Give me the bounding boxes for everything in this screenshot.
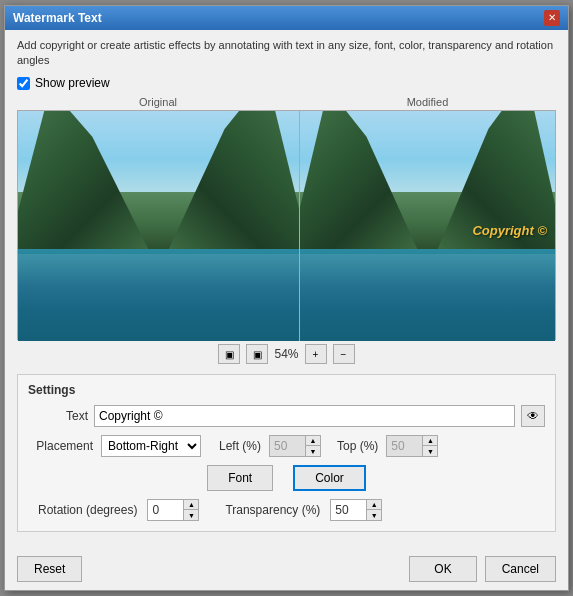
top-down-button[interactable]: ▼ [423,446,437,456]
color-button[interactable]: Color [293,465,366,491]
cancel-button[interactable]: Cancel [485,556,556,582]
top-spinner-btns: ▲ ▼ [422,435,438,457]
preview-images: Copyright © [17,110,556,340]
placement-row: Placement Bottom-Right Bottom-Left Top-R… [28,435,545,457]
settings-section: Settings Text 👁 Placement Bottom-Right B… [17,374,556,532]
title-bar: Watermark Text ✕ [5,6,568,30]
rotation-spinner: ▲ ▼ [147,499,199,521]
preview-toolbar: ▣ ▣ 54% + − [17,340,556,368]
preview-original [18,111,300,341]
rotation-transparency-row: Rotation (degrees) ▲ ▼ Transparency (%) … [28,499,545,521]
description-text: Add copyright or create artistic effects… [17,38,556,69]
eye-icon: 👁 [527,409,539,423]
left-input[interactable] [269,435,305,457]
show-preview-row: Show preview [17,76,556,90]
full-view-button[interactable]: ▣ [246,344,268,364]
placement-select[interactable]: Bottom-Right Bottom-Left Top-Right Top-L… [101,435,201,457]
top-up-button[interactable]: ▲ [423,436,437,446]
placement-label: Placement [28,439,93,453]
top-label: Top (%) [337,439,378,453]
show-preview-checkbox[interactable] [17,77,30,90]
transparency-up-button[interactable]: ▲ [367,500,381,510]
left-spinner-btns: ▲ ▼ [305,435,321,457]
zoom-out-button[interactable]: − [333,344,355,364]
bottom-right-buttons: OK Cancel [409,556,556,582]
modified-scene: Copyright © [300,111,555,341]
preview-labels: Original Modified [17,96,556,108]
full-icon: ▣ [253,349,262,360]
transparency-spinner: ▲ ▼ [330,499,382,521]
top-input[interactable] [386,435,422,457]
settings-title: Settings [28,383,545,397]
rotation-input[interactable] [147,499,183,521]
rotation-down-button[interactable]: ▼ [184,510,198,520]
text-row: Text 👁 [28,405,545,427]
left-down-button[interactable]: ▼ [306,446,320,456]
zoom-in-button[interactable]: + [305,344,327,364]
rotation-label: Rotation (degrees) [38,503,137,517]
top-spinner: ▲ ▼ [386,435,438,457]
font-button[interactable]: Font [207,465,273,491]
left-spinner: ▲ ▼ [269,435,321,457]
font-color-row: Font Color [28,465,545,491]
zoom-out-icon: − [341,349,347,360]
watermark-text: Copyright © [472,223,547,238]
left-up-button[interactable]: ▲ [306,436,320,446]
transparency-label: Transparency (%) [225,503,320,517]
close-button[interactable]: ✕ [544,10,560,26]
dialog-body: Add copyright or create artistic effects… [5,30,568,551]
show-preview-label[interactable]: Show preview [35,76,110,90]
transparency-spinner-btns: ▲ ▼ [366,499,382,521]
rotation-up-button[interactable]: ▲ [184,500,198,510]
fit-view-button[interactable]: ▣ [218,344,240,364]
left-label: Left (%) [219,439,261,453]
zoom-level: 54% [274,347,298,361]
reset-button[interactable]: Reset [17,556,82,582]
watermark-dialog: Watermark Text ✕ Add copyright or create… [4,5,569,592]
original-label: Original [17,96,299,108]
transparency-input[interactable] [330,499,366,521]
fit-icon: ▣ [225,349,234,360]
transparency-down-button[interactable]: ▼ [367,510,381,520]
original-scene [18,111,299,341]
zoom-in-icon: + [313,349,319,360]
modified-label: Modified [299,96,556,108]
text-label: Text [28,409,88,423]
preview-modified: Copyright © [300,111,555,341]
placement-select-wrapper: Bottom-Right Bottom-Left Top-Right Top-L… [101,435,201,457]
eye-button[interactable]: 👁 [521,405,545,427]
rotation-spinner-btns: ▲ ▼ [183,499,199,521]
dialog-title: Watermark Text [13,11,102,25]
bottom-bar: Reset OK Cancel [5,550,568,590]
ok-button[interactable]: OK [409,556,476,582]
text-input[interactable] [94,405,515,427]
